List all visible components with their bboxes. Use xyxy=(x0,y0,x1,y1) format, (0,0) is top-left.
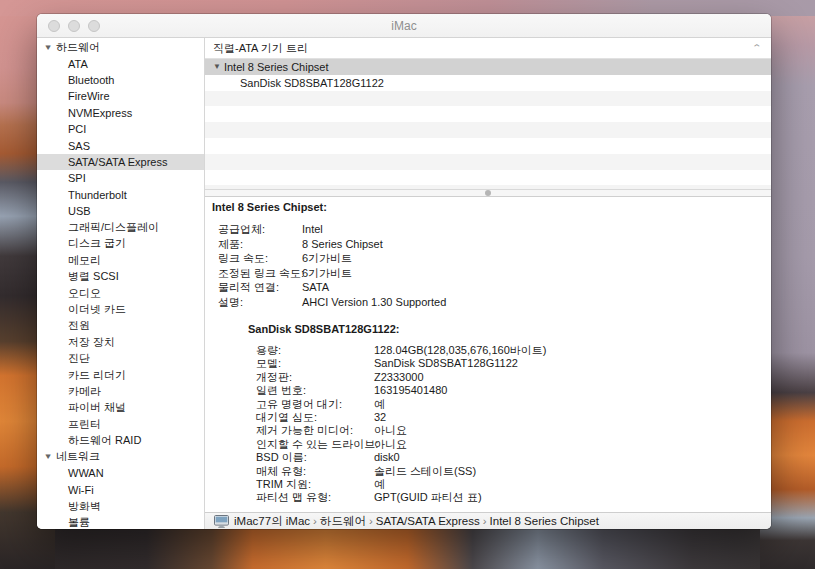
sidebar-item[interactable]: FireWire xyxy=(37,88,204,104)
sidebar-item-label: 볼륨 xyxy=(68,515,90,529)
sidebar-item[interactable]: 이더넷 카드 xyxy=(37,301,204,317)
disclosure-triangle-icon[interactable]: ▼ xyxy=(43,452,52,461)
detail-label: 모델: xyxy=(256,357,374,370)
sidebar-item[interactable]: 하드웨어 RAID xyxy=(37,432,204,448)
breadcrumb-separator: › xyxy=(366,515,376,527)
sidebar-item-label: 디스크 굽기 xyxy=(68,236,126,251)
detail-value: 6기가비트 xyxy=(302,251,352,266)
sidebar-item[interactable]: WWAN xyxy=(37,465,204,481)
breadcrumb-item[interactable]: Intel 8 Series Chipset xyxy=(490,515,599,527)
detail-section-title: Intel 8 Series Chipset: xyxy=(212,201,771,213)
sidebar-item[interactable]: 전원 xyxy=(37,318,204,334)
sidebar-item-label: 카메라 xyxy=(68,384,101,399)
sidebar-item[interactable]: USB xyxy=(37,203,204,219)
sidebar-item-label: Wi-Fi xyxy=(68,484,94,496)
sidebar-item-label: 카드 리더기 xyxy=(68,368,126,383)
tree-column-header[interactable]: 직렬-ATA 기기 트리 ⌃ xyxy=(205,38,771,59)
detail-label: 제거 가능한 미디어: xyxy=(256,424,374,437)
titlebar[interactable]: iMac xyxy=(37,14,771,38)
detail-value: 예 xyxy=(374,478,385,491)
sidebar-item[interactable]: 저장 장치 xyxy=(37,334,204,350)
detail-section-title: SanDisk SD8SBAT128G1122: xyxy=(248,323,771,335)
detail-row: 개정판:Z2333000 xyxy=(248,371,771,384)
sidebar-item-label: 저장 장치 xyxy=(68,335,115,350)
sidebar-section-1[interactable]: ▼네트워크 xyxy=(37,449,204,465)
sidebar-item-label: SATA/SATA Express xyxy=(68,156,167,168)
breadcrumb-separator: › xyxy=(310,515,320,527)
sidebar-item[interactable]: Wi-Fi xyxy=(37,482,204,498)
sidebar-item-label: 전원 xyxy=(68,318,90,333)
splitter-handle-icon xyxy=(485,190,491,196)
detail-label: 파티션 맵 유형: xyxy=(256,491,374,504)
sidebar-section-0[interactable]: ▼하드웨어 xyxy=(37,39,204,55)
breadcrumb-separator: › xyxy=(480,515,490,527)
pane-splitter[interactable] xyxy=(205,189,771,197)
sidebar-item[interactable]: PCI xyxy=(37,121,204,137)
main-panel: 직렬-ATA 기기 트리 ⌃ ▼Intel 8 Series ChipsetSa… xyxy=(205,38,771,529)
imac-computer-icon xyxy=(214,515,229,528)
detail-label: 대기열 심도: xyxy=(256,411,374,424)
detail-row: 링크 속도:6기가비트 xyxy=(212,251,771,266)
detail-row: BSD 이름:disk0 xyxy=(248,451,771,464)
sidebar-item-label: NVMExpress xyxy=(68,107,132,119)
detail-row: 용량:128.04GB(128,035,676,160바이트) xyxy=(248,344,771,357)
detail-label: 공급업체: xyxy=(218,222,302,237)
detail-section: SanDisk SD8SBAT128G1122:용량:128.04GB(128,… xyxy=(248,323,771,505)
detail-value: GPT(GUID 파티션 표) xyxy=(374,491,482,504)
detail-row: TRIM 지원:예 xyxy=(248,478,771,491)
sidebar-item[interactable]: Thunderbolt xyxy=(37,187,204,203)
sidebar-item[interactable]: 카메라 xyxy=(37,383,204,399)
detail-value: 6기가비트 xyxy=(302,266,352,281)
detail-row: 대기열 심도:32 xyxy=(248,411,771,424)
sidebar-section-label: 하드웨어 xyxy=(56,40,100,55)
disclosure-triangle-icon[interactable]: ▼ xyxy=(43,43,52,52)
sidebar-item-label: 하드웨어 RAID xyxy=(68,433,141,448)
sidebar-item[interactable]: 카드 리더기 xyxy=(37,367,204,383)
sidebar-item[interactable]: 병렬 SCSI xyxy=(37,268,204,284)
sidebar-item[interactable]: NVMExpress xyxy=(37,105,204,121)
detail-value: 아니요 xyxy=(374,438,407,451)
sidebar-item-label: Bluetooth xyxy=(68,74,114,86)
detail-row: 제품:8 Series Chipset xyxy=(212,237,771,252)
detail-row: 물리적 연결:SATA xyxy=(212,280,771,295)
detail-label: 설명: xyxy=(218,295,302,310)
detail-value: Z2333000 xyxy=(374,371,424,384)
sidebar-item-label: 이더넷 카드 xyxy=(68,302,126,317)
detail-label: 매체 유형: xyxy=(256,465,374,478)
zoom-button[interactable] xyxy=(88,20,100,32)
sidebar-item[interactable]: 진단 xyxy=(37,350,204,366)
detail-label: 일련 번호: xyxy=(256,384,374,397)
sidebar-item[interactable]: Bluetooth xyxy=(37,72,204,88)
sidebar-item[interactable]: 오디오 xyxy=(37,285,204,301)
breadcrumb-item[interactable]: SATA/SATA Express xyxy=(376,515,480,527)
sidebar-item[interactable]: 방화벽 xyxy=(37,498,204,514)
breadcrumb-item[interactable]: 하드웨어 xyxy=(320,515,366,527)
sidebar-item[interactable]: 메모리 xyxy=(37,252,204,268)
detail-row: 일련 번호:163195401480 xyxy=(248,384,771,397)
sidebar-item-label: SAS xyxy=(68,140,90,152)
tree-row[interactable]: ▼Intel 8 Series Chipset xyxy=(205,59,771,75)
sidebar-item[interactable]: 파이버 채널 xyxy=(37,400,204,416)
sidebar-item[interactable]: SAS xyxy=(37,137,204,153)
sidebar-item-label: 프린터 xyxy=(68,417,101,432)
sidebar-item[interactable]: ATA xyxy=(37,55,204,71)
tree-row[interactable]: SanDisk SD8SBAT128G1122 xyxy=(205,75,771,91)
sidebar-item[interactable]: 프린터 xyxy=(37,416,204,432)
close-button[interactable] xyxy=(48,20,60,32)
window-title: iMac xyxy=(37,19,771,33)
disclosure-triangle-icon[interactable]: ▼ xyxy=(213,62,221,71)
sidebar-item[interactable]: SATA/SATA Express xyxy=(37,154,204,170)
minimize-button[interactable] xyxy=(68,20,80,32)
sidebar-item[interactable]: SPI xyxy=(37,170,204,186)
sidebar-item[interactable]: 볼륨 xyxy=(37,514,204,529)
detail-section: Intel 8 Series Chipset:공급업체:Intel제품:8 Se… xyxy=(212,201,771,309)
sidebar-item[interactable]: 디스크 굽기 xyxy=(37,236,204,252)
sidebar-item-label: 진단 xyxy=(68,351,90,366)
sidebar-item-label: 파이버 채널 xyxy=(68,400,126,415)
sidebar-item-label: Thunderbolt xyxy=(68,189,127,201)
detail-pane: Intel 8 Series Chipset:공급업체:Intel제품:8 Se… xyxy=(205,197,771,512)
detail-label: 용량: xyxy=(256,344,374,357)
detail-row: 파티션 맵 유형:GPT(GUID 파티션 표) xyxy=(248,491,771,504)
breadcrumb-item[interactable]: iMac77의 iMac xyxy=(234,515,310,527)
sidebar-item[interactable]: 그래픽/디스플레이 xyxy=(37,219,204,235)
